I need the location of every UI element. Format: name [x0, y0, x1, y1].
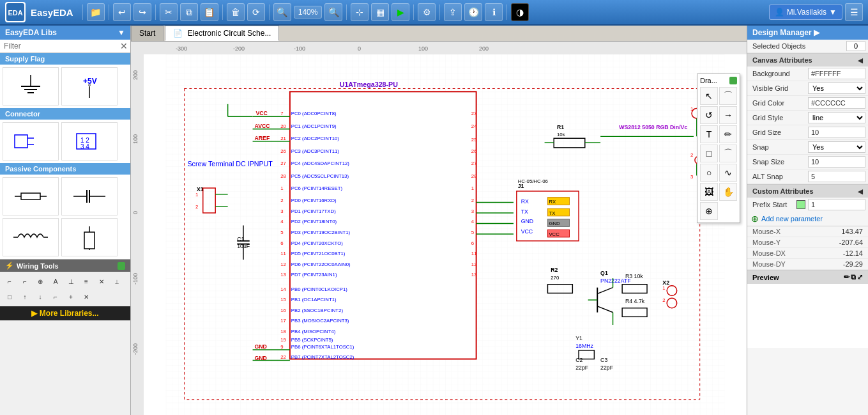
svg-text:Q1: Q1: [600, 270, 608, 276]
draw-text-tool[interactable]: T: [700, 125, 718, 143]
file-button[interactable]: 📁: [87, 3, 105, 21]
pin-tool[interactable]: ⟂: [110, 274, 124, 288]
history-button[interactable]: 🕐: [464, 3, 482, 21]
prefix-start-row: Prefix Start 1: [747, 198, 868, 212]
toolbar-separator-5: [269, 4, 270, 20]
draw-rotate-tool[interactable]: ↺: [700, 106, 718, 124]
copy-button[interactable]: ⧉: [180, 3, 198, 21]
svg-text:C3: C3: [600, 357, 607, 363]
svg-text:GND: GND: [254, 355, 266, 361]
svg-text:-300: -300: [176, 45, 187, 52]
preview-copy-icon[interactable]: ⧉: [851, 273, 856, 281]
grid-style-select[interactable]: linedot: [808, 112, 865, 123]
background-value[interactable]: #FFFFFF: [808, 68, 865, 79]
svg-text:C2: C2: [575, 357, 582, 363]
draw-arrow-tool[interactable]: →: [719, 106, 737, 124]
svg-text:23: 23: [471, 111, 477, 116]
zoom-level[interactable]: 140%: [294, 6, 323, 19]
grid-button[interactable]: ▦: [371, 3, 389, 21]
netflag-tool[interactable]: ≡: [79, 274, 93, 288]
canvas-wrapper[interactable]: -300 -200 -100 0 100 200 200 100 0 -100 …: [131, 42, 747, 415]
grid-size-value[interactable]: 10: [808, 127, 865, 138]
draw-curve-tool[interactable]: ⌒: [719, 87, 737, 105]
vcc-tool[interactable]: ↑: [18, 290, 32, 304]
passive-resistor-2[interactable]: [61, 218, 118, 256]
snap-select[interactable]: YesNo: [808, 141, 865, 153]
redo-button[interactable]: ↪: [133, 3, 151, 21]
svg-text:28: 28: [471, 173, 477, 179]
wiring-tools-icon: ⚡: [5, 262, 14, 270]
bus-entry-tool[interactable]: ⌐: [49, 290, 63, 304]
svg-text:PB4 (MISOPCINT4): PB4 (MISOPCINT4): [291, 329, 336, 334]
custom-attributes-header[interactable]: Custom Attributes ◀: [747, 185, 868, 198]
schematic-canvas[interactable]: U1ATmega328-PU PC0 (ADC0PCINT8) 7 VCC PC…: [144, 54, 747, 415]
grid-color-value[interactable]: #CCCCCC: [808, 97, 865, 109]
snap-row: Snap YesNo: [747, 140, 868, 155]
share-button[interactable]: ⇪: [444, 3, 462, 21]
supply-gnd[interactable]: [3, 67, 59, 106]
user-menu-button[interactable]: 👤 Mi.Vasilakis ▼: [769, 4, 842, 20]
power-tool[interactable]: ⊥: [64, 274, 78, 288]
snap-size-value[interactable]: 10: [808, 156, 865, 168]
cut-button[interactable]: ✂: [160, 3, 178, 21]
rotate-button[interactable]: ⟳: [247, 3, 265, 21]
bus-tool[interactable]: ⌐: [18, 274, 32, 288]
lib-dropdown-icon[interactable]: ▼: [118, 28, 125, 37]
draw-bezier-tool[interactable]: ∿: [719, 164, 737, 182]
connector-item-2[interactable]: 1 2 3 4: [61, 122, 118, 161]
draw-image-tool[interactable]: 🖼: [700, 183, 718, 201]
place-tool[interactable]: +: [64, 290, 78, 304]
canvas-attributes-header[interactable]: Canvas Attributes ◀: [747, 54, 868, 67]
visible-grid-select[interactable]: YesNo: [808, 82, 865, 94]
draw-circle-tool[interactable]: ○: [700, 164, 718, 182]
gnd-tool[interactable]: ↓: [33, 290, 47, 304]
alt-snap-value[interactable]: 5: [808, 171, 865, 182]
draw-rect-tool[interactable]: □: [700, 145, 718, 162]
more-libraries-button[interactable]: ▶ More Libraries...: [0, 306, 130, 320]
component-tool[interactable]: □: [3, 290, 17, 304]
theme-button[interactable]: ◑: [511, 3, 529, 21]
svg-text:Y1: Y1: [575, 335, 582, 341]
zoom-out-button[interactable]: 🔍: [324, 3, 342, 21]
draw-select-tool[interactable]: ↖: [700, 87, 718, 105]
delete-wire-tool[interactable]: ✕: [79, 290, 93, 304]
draw-arc-tool[interactable]: ⌒: [719, 145, 737, 162]
logo-icon: EDA: [5, 2, 26, 22]
passive-inductor[interactable]: [3, 218, 59, 256]
filter-clear-button[interactable]: ✕: [118, 40, 130, 52]
delete-button[interactable]: 🗑: [227, 3, 245, 21]
undo-button[interactable]: ↩: [113, 3, 131, 21]
preview-edit-icon[interactable]: ✏: [844, 273, 849, 281]
label-tool[interactable]: A: [49, 274, 63, 288]
ruler-horizontal: -300 -200 -100 0 100 200: [144, 42, 747, 54]
run-button[interactable]: ▶: [392, 3, 409, 21]
filter-input[interactable]: [0, 40, 118, 52]
connector-item-1[interactable]: [3, 122, 59, 161]
zoom-in-button[interactable]: 🔍: [273, 3, 291, 21]
grid-style-label: Grid Style: [750, 113, 808, 123]
svg-text:VCC: VCC: [521, 228, 533, 235]
settings-button[interactable]: ⚙: [418, 3, 436, 21]
design-manager-header[interactable]: Design Manager ▶: [747, 26, 868, 40]
preview-expand-icon[interactable]: ⤢: [857, 273, 863, 281]
passive-capacitor[interactable]: [61, 177, 118, 215]
junction-tool[interactable]: ⊕: [33, 274, 47, 288]
add-parameter-button[interactable]: ⊕ Add new parameter: [747, 212, 868, 226]
supply-vcc[interactable]: +5V: [61, 67, 118, 106]
lib-header: EasyEDA Libs ▼: [0, 26, 130, 40]
ruler-vertical: 200 100 0 -100 -200: [131, 42, 144, 415]
passive-resistor[interactable]: [3, 177, 59, 215]
paste-button[interactable]: 📋: [201, 3, 218, 21]
info-button[interactable]: ℹ: [485, 3, 503, 21]
snap-button[interactable]: ⊹: [351, 3, 369, 21]
draw-crosshair-tool[interactable]: ⊕: [700, 202, 718, 220]
draw-pencil-tool[interactable]: ✏: [719, 125, 737, 143]
wire-tool[interactable]: ⌐: [3, 274, 17, 288]
prefix-start-value[interactable]: 1: [808, 199, 865, 210]
noconnect-tool[interactable]: ✕: [95, 274, 109, 288]
svg-text:-100: -100: [132, 273, 139, 285]
tab-schematic[interactable]: 📄 Electronic Circuit Sche...: [165, 26, 279, 41]
window-menu-button[interactable]: ☰: [845, 3, 863, 21]
tab-start[interactable]: Start: [131, 26, 164, 41]
draw-hand-tool[interactable]: ✋: [719, 183, 737, 201]
